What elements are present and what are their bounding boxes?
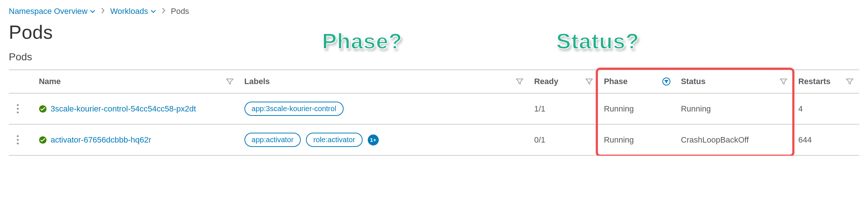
column-header-labels[interactable]: Labels (239, 70, 529, 93)
ready-cell: 0/1 (529, 124, 599, 155)
column-header-menu (9, 70, 34, 93)
restarts-cell: 4 (793, 93, 859, 124)
ready-cell: 1/1 (529, 93, 599, 124)
phase-cell: Running (599, 124, 676, 155)
check-circle-icon (39, 105, 47, 113)
breadcrumb-current: Pods (171, 7, 189, 16)
row-actions-button[interactable] (14, 135, 21, 144)
pods-table: Name Labels Re (9, 69, 859, 156)
column-label: Ready (534, 77, 558, 86)
column-header-name[interactable]: Name (34, 70, 239, 93)
breadcrumb-label: Namespace Overview (9, 7, 87, 16)
row-actions-button[interactable] (14, 104, 21, 113)
status-cell: Running (676, 93, 793, 124)
column-header-status[interactable]: Status (676, 70, 793, 93)
label-chip[interactable]: app:3scale-kourier-control (244, 102, 344, 116)
breadcrumb-namespace-overview[interactable]: Namespace Overview (9, 7, 96, 16)
column-label: Phase (604, 77, 628, 86)
column-header-restarts[interactable]: Restarts (793, 70, 859, 93)
breadcrumb: Namespace Overview Workloads Pods (9, 7, 859, 16)
pod-link[interactable]: activator-67656dcbbb-hq62r (50, 135, 151, 145)
phase-cell: Running (599, 93, 676, 124)
chevron-down-icon (90, 8, 96, 15)
section-title: Pods (9, 51, 859, 63)
column-label: Restarts (798, 77, 830, 86)
column-label: Labels (244, 77, 270, 86)
more-labels-badge[interactable]: 1+ (368, 135, 379, 145)
column-header-phase[interactable]: Phase (599, 70, 676, 93)
column-header-ready[interactable]: Ready (529, 70, 599, 93)
page-title: Pods (9, 21, 859, 43)
label-chip[interactable]: role:activator (306, 133, 363, 147)
column-label: Name (39, 77, 61, 86)
status-cell: CrashLoopBackOff (676, 124, 793, 155)
table-row: 3scale-kourier-control-54cc54cc58-px2dta… (9, 93, 859, 124)
filter-icon[interactable] (515, 77, 524, 86)
filter-active-icon[interactable] (662, 77, 671, 86)
column-label: Status (681, 77, 706, 86)
filter-icon[interactable] (845, 77, 854, 86)
filter-icon[interactable] (779, 77, 788, 86)
chevron-down-icon (150, 8, 156, 15)
breadcrumb-workloads[interactable]: Workloads (110, 7, 156, 16)
pod-link[interactable]: 3scale-kourier-control-54cc54cc58-px2dt (50, 103, 196, 114)
breadcrumb-label: Workloads (110, 7, 148, 16)
restarts-cell: 644 (793, 124, 859, 155)
breadcrumb-separator (161, 7, 166, 16)
label-chip[interactable]: app:activator (244, 133, 301, 147)
filter-icon[interactable] (585, 77, 594, 86)
table-row: activator-67656dcbbb-hq62rapp:activatorr… (9, 124, 859, 155)
breadcrumb-separator (101, 7, 105, 16)
check-circle-icon (39, 136, 47, 144)
filter-icon[interactable] (225, 77, 234, 86)
